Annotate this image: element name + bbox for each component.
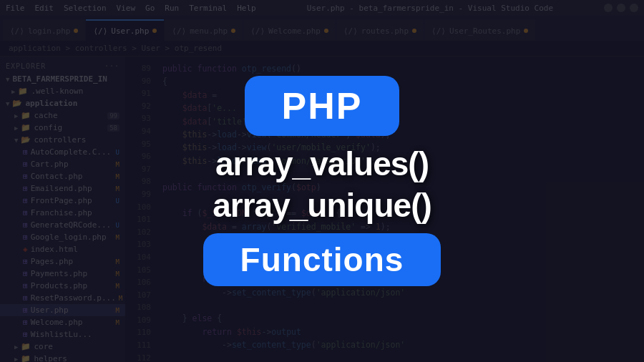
overlay: PHP array_values() array_unique() Functi… [0,0,644,362]
function2-label: array_unique() [213,186,431,225]
function1-label: array_values() [215,145,429,183]
functions-text: array_values() array_unique() [213,145,431,225]
functions-badge: Functions [203,233,441,286]
php-badge: PHP [245,76,400,136]
